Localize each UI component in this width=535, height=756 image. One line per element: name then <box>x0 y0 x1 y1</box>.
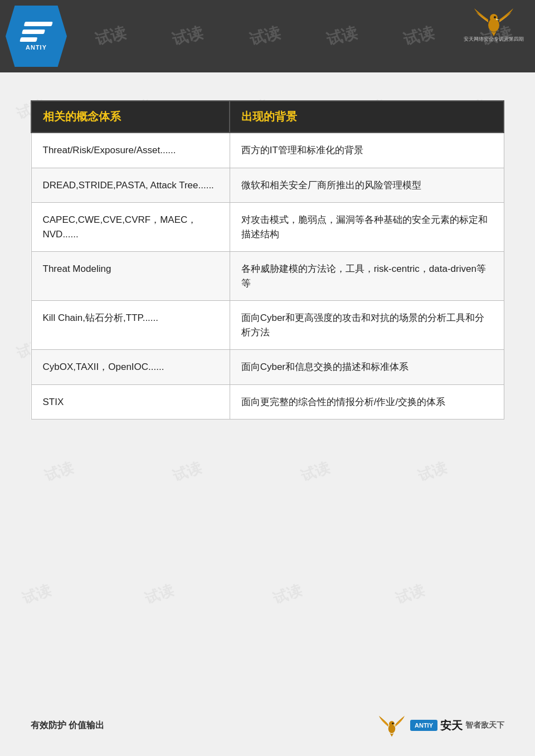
table-row: DREAD,STRIDE,PASTA, Attack Tree......微软和… <box>31 168 504 203</box>
footer-antiy-logo: ANTIY <box>410 720 437 731</box>
bwm-19: 试读 <box>143 581 177 609</box>
table-row: STIX面向更完整的综合性的情报分析/作业/交换的体系 <box>31 384 504 420</box>
bwm-16: 试读 <box>299 458 333 486</box>
table-row: CybOX,TAXII，OpenIOC......面向Cyber和信息交换的描述… <box>31 350 504 385</box>
wm-1: 试读 <box>93 22 129 50</box>
antiy-logo: ANTIY <box>6 6 67 67</box>
table-cell-left: CAPEC,CWE,CVE,CVRF，MAEC，NVD...... <box>31 203 230 252</box>
footer-slogan: 智者敌天下 <box>465 720 504 730</box>
footer: 有效防护 价值输出 ANTIY 安天 智者敌天下 <box>0 711 535 739</box>
concept-table: 相关的概念体系 出现的背景 Threat/Risk/Exposure/Asset… <box>31 100 504 420</box>
table-cell-left: DREAD,STRIDE,PASTA, Attack Tree...... <box>31 168 230 203</box>
brand-subtitle: 安天网络安全专训营第四期 <box>464 36 524 42</box>
footer-tagline: 有效防护 价值输出 <box>31 720 104 731</box>
table-cell-left: Kill Chain,钻石分析,TTP...... <box>31 301 230 350</box>
logo-line-1 <box>24 22 53 26</box>
wm-5: 试读 <box>402 22 437 50</box>
svg-point-1 <box>490 14 498 22</box>
main-content: 相关的概念体系 出现的背景 Threat/Risk/Exposure/Asset… <box>0 72 535 436</box>
table-cell-left: Threat Modeling <box>31 252 230 301</box>
table-cell-left: Threat/Risk/Exposure/Asset...... <box>31 133 230 168</box>
table-cell-left: STIX <box>31 384 230 420</box>
bwm-21: 试读 <box>393 581 427 609</box>
svg-point-2 <box>494 16 496 18</box>
header-watermarks: 试读 试读 试读 试读 试读 试读 <box>0 0 535 72</box>
table-header-right: 出现的背景 <box>230 101 504 133</box>
bwm-18: 试读 <box>20 581 54 609</box>
footer-brand-name: 安天 <box>440 718 463 733</box>
table-cell-right: 西方的IT管理和标准化的背景 <box>230 133 504 168</box>
table-cell-right: 面向更完整的综合性的情报分析/作业/交换的体系 <box>230 384 504 420</box>
bwm-17: 试读 <box>416 458 450 486</box>
header-right-logo: 安天网络安全专训营第四期 <box>464 6 524 42</box>
wm-2: 试读 <box>171 22 206 50</box>
wm-4: 试读 <box>324 22 360 50</box>
table-row: Threat Modeling各种威胁建模的方法论，工具，risk-centri… <box>31 252 504 301</box>
header: ANTIY 试读 试读 试读 试读 试读 试读 安天网络安全 <box>0 0 535 72</box>
table-header-left: 相关的概念体系 <box>31 101 230 133</box>
logo-text: ANTIY <box>26 44 47 51</box>
footer-eagle-icon <box>378 711 406 739</box>
svg-point-5 <box>392 723 393 724</box>
table-cell-right: 对攻击模式，脆弱点，漏洞等各种基础的安全元素的标定和描述结构 <box>230 203 504 252</box>
bwm-15: 试读 <box>171 458 205 486</box>
table-row: CAPEC,CWE,CVE,CVRF，MAEC，NVD......对攻击模式，脆… <box>31 203 504 252</box>
eagle-icon <box>471 6 516 36</box>
bwm-14: 试读 <box>42 458 76 486</box>
logo-line-2 <box>22 30 45 34</box>
table-row: Threat/Risk/Exposure/Asset......西方的IT管理和… <box>31 133 504 168</box>
table-cell-right: 面向Cyber和更高强度的攻击和对抗的场景的分析工具和分析方法 <box>230 301 504 350</box>
table-cell-right: 微软和相关安全厂商所推出的风险管理模型 <box>230 168 504 203</box>
footer-brand-area: ANTIY 安天 智者敌天下 <box>378 711 504 739</box>
wm-3: 试读 <box>247 22 283 50</box>
bwm-20: 试读 <box>271 581 305 609</box>
svg-point-4 <box>389 721 395 726</box>
logo-line-3 <box>20 37 37 42</box>
table-cell-right: 各种威胁建模的方法论，工具，risk-centric，data-driven等等 <box>230 252 504 301</box>
table-cell-left: CybOX,TAXII，OpenIOC...... <box>31 350 230 385</box>
footer-antiy-label: ANTIY <box>415 722 433 729</box>
table-row: Kill Chain,钻石分析,TTP......面向Cyber和更高强度的攻击… <box>31 301 504 350</box>
footer-brand-text: ANTIY 安天 智者敌天下 <box>410 718 504 733</box>
table-cell-right: 面向Cyber和信息交换的描述和标准体系 <box>230 350 504 385</box>
